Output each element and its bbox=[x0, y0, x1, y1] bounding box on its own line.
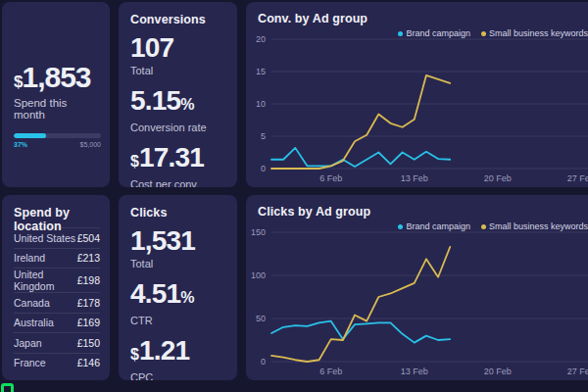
currency-symbol: $ bbox=[130, 153, 139, 170]
table-row: France£146 bbox=[14, 353, 100, 373]
svg-text:15: 15 bbox=[256, 67, 266, 76]
spend-label: Spend this month bbox=[14, 97, 101, 121]
conversions-card: Conversions 107 Total 5.15% Conversion r… bbox=[119, 2, 237, 187]
spend-progress-bar bbox=[14, 133, 101, 138]
table-row: Japan£150 bbox=[14, 332, 100, 353]
location-name: United Kingdom bbox=[14, 269, 77, 292]
table-row: United Kingdom£198 bbox=[14, 268, 100, 292]
location-name: Canada bbox=[14, 297, 50, 309]
svg-text:0: 0 bbox=[261, 164, 266, 173]
clicks-line-chart: 0501001506 Feb13 Feb20 Feb27 Feb bbox=[246, 222, 588, 380]
svg-text:27 Feb: 27 Feb bbox=[567, 367, 588, 376]
spend-summary: $1,853 Spend this month 37% $5,000 bbox=[14, 63, 101, 148]
table-row: Canada£178 bbox=[14, 292, 100, 313]
location-spend: £150 bbox=[77, 337, 100, 349]
ctr-value: 4.51 bbox=[130, 278, 180, 309]
location-spend: £146 bbox=[77, 357, 100, 368]
percent-sign: % bbox=[180, 96, 194, 113]
cost-per-conv-value: 17.31 bbox=[139, 142, 204, 172]
clicks-card: Clicks 1,531 Total 4.51% CTR $1.21 CPC bbox=[119, 195, 237, 380]
spend-amount: 1,853 bbox=[22, 61, 90, 93]
svg-text:150: 150 bbox=[251, 227, 266, 237]
metric-cpc: $1.21 CPC bbox=[130, 338, 225, 380]
metric-cost-per-conv: $17.31 Cost per conv. bbox=[130, 145, 225, 187]
conv-chart-title: Conv. by Ad group bbox=[258, 12, 368, 25]
svg-text:100: 100 bbox=[251, 270, 266, 280]
location-spend: £213 bbox=[77, 252, 100, 264]
conversions-card-title: Conversions bbox=[130, 13, 225, 26]
svg-text:20: 20 bbox=[256, 34, 266, 44]
spend-card: $1,853 Spend this month 37% $5,000 bbox=[2, 2, 110, 187]
svg-text:0: 0 bbox=[261, 357, 266, 367]
app-logo-icon bbox=[1, 383, 14, 392]
currency-symbol: $ bbox=[130, 346, 139, 363]
metric-conversion-rate: 5.15% Conversion rate bbox=[130, 88, 225, 133]
table-row: Australia£169 bbox=[14, 313, 100, 333]
location-spend: £169 bbox=[77, 317, 100, 328]
spend-by-location-table: United States£504 Ireland£213 United Kin… bbox=[14, 227, 100, 372]
spend-value: $1,853 bbox=[14, 63, 101, 92]
spend-progress-fill bbox=[14, 133, 46, 138]
conv-by-ad-group-card: Conv. by Ad group Brand campaign Small b… bbox=[246, 2, 588, 187]
conversion-rate-label: Conversion rate bbox=[130, 122, 225, 133]
cpc-label: CPC bbox=[130, 371, 225, 380]
location-name: Ireland bbox=[14, 252, 45, 264]
conversions-total-label: Total bbox=[130, 65, 225, 76]
ctr-label: CTR bbox=[130, 315, 225, 326]
svg-text:10: 10 bbox=[256, 99, 266, 109]
conversion-rate-value: 5.15 bbox=[130, 85, 180, 116]
spend-progress-percent: 37% bbox=[14, 141, 27, 148]
percent-sign: % bbox=[180, 289, 194, 306]
spend-progress-labels: 37% $5,000 bbox=[14, 141, 101, 148]
svg-text:20 Feb: 20 Feb bbox=[484, 173, 512, 183]
conv-line-chart: 051015206 Feb13 Feb20 Feb27 Feb bbox=[246, 29, 588, 187]
location-name: Japan bbox=[14, 337, 42, 349]
svg-text:6 Feb: 6 Feb bbox=[319, 173, 342, 183]
table-row: Ireland£213 bbox=[14, 248, 100, 269]
table-row: United States£504 bbox=[14, 227, 100, 248]
svg-text:27 Feb: 27 Feb bbox=[567, 173, 588, 183]
spend-by-location-card: Spend by location United States£504 Irel… bbox=[2, 195, 110, 380]
cpc-value: 1.21 bbox=[139, 335, 189, 366]
metric-ctr: 4.51% CTR bbox=[130, 281, 225, 326]
svg-text:20 Feb: 20 Feb bbox=[484, 367, 512, 376]
svg-text:13 Feb: 13 Feb bbox=[401, 367, 428, 376]
metric-conversions-total: 107 Total bbox=[130, 35, 225, 76]
clicks-card-title: Clicks bbox=[130, 206, 225, 220]
clicks-chart-title: Clicks by Ad group bbox=[258, 205, 370, 219]
svg-text:50: 50 bbox=[256, 314, 266, 323]
conversions-total-value: 107 bbox=[130, 32, 173, 63]
clicks-total-label: Total bbox=[130, 258, 225, 270]
clicks-by-ad-group-card: Clicks by Ad group Brand campaign Small … bbox=[246, 195, 588, 380]
spend-progress-max: $5,000 bbox=[80, 141, 101, 148]
location-spend: £178 bbox=[77, 297, 100, 309]
cost-per-conv-label: Cost per conv. bbox=[130, 178, 225, 187]
location-name: France bbox=[14, 357, 46, 368]
svg-text:6 Feb: 6 Feb bbox=[319, 367, 342, 376]
metric-clicks-total: 1,531 Total bbox=[130, 228, 225, 270]
dashboard: $1,853 Spend this month 37% $5,000 Conve… bbox=[2, 2, 588, 380]
location-spend: £198 bbox=[77, 274, 100, 286]
clicks-total-value: 1,531 bbox=[130, 225, 195, 256]
svg-text:5: 5 bbox=[261, 131, 266, 141]
svg-text:13 Feb: 13 Feb bbox=[401, 173, 428, 183]
location-spend: £504 bbox=[77, 232, 100, 244]
location-name: Australia bbox=[14, 317, 54, 328]
location-name: United States bbox=[14, 232, 75, 244]
